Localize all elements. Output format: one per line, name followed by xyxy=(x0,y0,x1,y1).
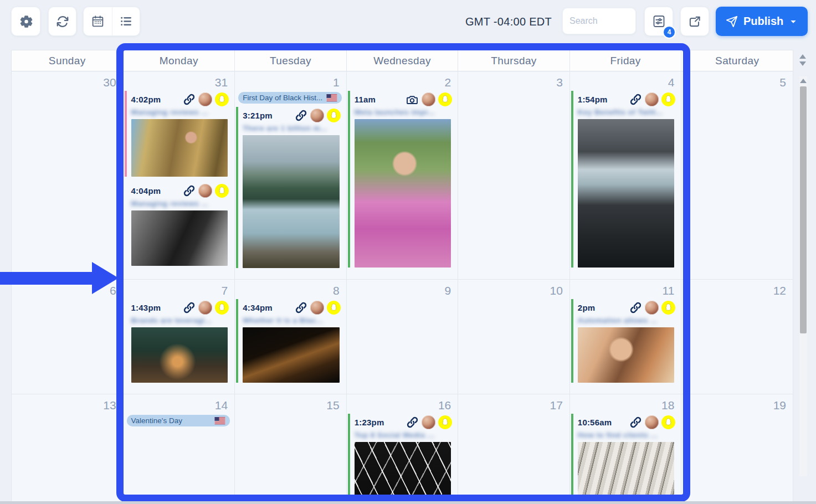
day-cell-10[interactable]: 10 xyxy=(458,280,570,394)
day-header-saturday: Saturday xyxy=(681,50,793,71)
calendar-view-icon xyxy=(91,14,105,28)
post-time: 1:23pm xyxy=(355,418,384,427)
scroll-step-arrows[interactable] xyxy=(799,54,807,66)
day-number: 15 xyxy=(235,394,346,413)
scheduled-post[interactable]: 1:43pm Brands are leveragi... xyxy=(125,299,232,383)
scheduled-post[interactable]: 11am Meta launches impr... xyxy=(348,91,455,268)
link-icon xyxy=(295,109,307,122)
day-cell-2[interactable]: 2 11am Meta launches impr... xyxy=(347,71,459,280)
us-flag-icon xyxy=(326,94,337,101)
horizontal-scrollbar[interactable] xyxy=(0,501,816,504)
snapchat-icon xyxy=(438,415,452,429)
scheduled-post[interactable]: 3:21pm There are 1 billion m... xyxy=(236,107,343,268)
avatar xyxy=(310,301,324,315)
caret-down-icon xyxy=(789,17,798,26)
snapchat-icon xyxy=(215,92,229,106)
share-button[interactable] xyxy=(680,7,709,36)
day-cell-3[interactable]: 3 xyxy=(458,71,570,280)
post-time: 2pm xyxy=(578,303,595,312)
day-cell-31[interactable]: 31 4:02pm Managing reviews ... 4:04pm xyxy=(124,71,235,280)
day-cell-8[interactable]: 8 4:34pm Whether it is a Blac... xyxy=(235,280,347,394)
day-cell-12[interactable]: 12 xyxy=(681,280,793,394)
post-title-blurred: How to find clients ... xyxy=(573,429,678,440)
day-number: 8 xyxy=(235,280,346,298)
holiday-event[interactable]: Valentine's Day xyxy=(127,415,230,426)
day-number: 3 xyxy=(458,71,569,90)
scheduled-post[interactable]: 10:56am How to find clients ... xyxy=(571,414,678,504)
avatar xyxy=(310,109,324,122)
post-image-vehicle-interior xyxy=(578,119,675,268)
day-number: 11 xyxy=(570,280,681,298)
calendar-view-button[interactable] xyxy=(84,7,112,35)
scroll-up-icon[interactable] xyxy=(799,54,806,59)
day-cell-30[interactable]: 30 xyxy=(12,71,124,280)
day-number: 9 xyxy=(347,280,458,298)
day-number: 17 xyxy=(458,394,569,413)
day-number: 19 xyxy=(681,394,793,413)
day-cell-14[interactable]: 14 Valentine's Day xyxy=(124,394,235,504)
search-input[interactable] xyxy=(569,16,629,26)
day-cell-5[interactable]: 5 xyxy=(681,71,793,280)
post-title-blurred: There are 1 billion m... xyxy=(238,122,343,133)
scheduled-post[interactable]: 1:23pm Top 8 Social Media ... xyxy=(348,414,455,504)
vertical-scrollbar-thumb[interactable] xyxy=(800,86,807,333)
day-cell-18[interactable]: 18 10:56am How to find clients ... xyxy=(570,394,682,504)
day-header-friday: Friday xyxy=(570,50,682,71)
day-number: 13 xyxy=(12,394,123,413)
holiday-event[interactable]: First Day of Black Hist... xyxy=(238,92,342,104)
day-number: 10 xyxy=(458,280,569,298)
day-number: 18 xyxy=(570,394,681,413)
post-time: 1:43pm xyxy=(131,303,161,312)
scheduled-post[interactable]: 4:02pm Managing reviews ... xyxy=(125,91,232,177)
scrollbar-up-arrow[interactable] xyxy=(800,79,807,83)
vertical-scrollbar[interactable] xyxy=(799,76,807,476)
day-cell-9[interactable]: 9 xyxy=(347,280,459,394)
day-cell-1[interactable]: 1 First Day of Black Hist... 3:21pm Ther… xyxy=(235,71,347,280)
publish-button[interactable]: Publish xyxy=(716,7,808,36)
search-box xyxy=(562,8,636,34)
snapchat-icon xyxy=(661,415,675,429)
scheduled-post[interactable]: 1:54pm Key Benefits of Twitt... xyxy=(571,91,678,268)
settings-button[interactable] xyxy=(11,7,40,36)
day-cell-15[interactable]: 15 xyxy=(235,394,347,504)
refresh-button[interactable] xyxy=(48,7,76,36)
day-cell-7[interactable]: 7 1:43pm Brands are leveragi... xyxy=(124,280,235,394)
day-number: 2 xyxy=(347,71,458,90)
post-image-dark-dunes xyxy=(243,327,340,383)
day-number: 30 xyxy=(12,71,123,90)
scheduled-post[interactable]: 4:04pm Managing reviews ... xyxy=(125,182,232,266)
snapchat-icon xyxy=(438,92,452,106)
us-flag-icon xyxy=(214,417,225,424)
snapchat-icon xyxy=(215,301,229,315)
post-title-blurred: Brands are leveragi... xyxy=(127,315,232,325)
day-cell-19[interactable]: 19 xyxy=(681,394,793,504)
scheduled-post[interactable]: 4:34pm Whether it is a Blac... xyxy=(236,299,343,383)
day-number: 4 xyxy=(570,71,681,90)
day-number: 7 xyxy=(124,280,235,298)
post-image-mountain-lake xyxy=(243,135,340,268)
day-number: 12 xyxy=(681,280,793,298)
link-icon xyxy=(295,301,307,314)
day-cell-6[interactable]: 6 xyxy=(12,280,124,394)
day-number: 14 xyxy=(124,394,235,413)
filter-icon xyxy=(651,14,666,29)
day-cell-11[interactable]: 11 2pm Automation allows ... xyxy=(570,280,682,394)
post-title-blurred: Managing reviews ... xyxy=(127,106,232,117)
link-icon xyxy=(183,184,196,197)
link-icon xyxy=(183,93,196,106)
scroll-down-icon[interactable] xyxy=(799,61,806,66)
post-time: 4:34pm xyxy=(243,303,273,312)
filter-button[interactable]: 4 xyxy=(644,7,673,36)
scheduled-post[interactable]: 2pm Automation allows ... xyxy=(571,299,678,383)
day-cell-4[interactable]: 4 1:54pm Key Benefits of Twitt... xyxy=(570,71,682,280)
post-image-woman-in-reeds xyxy=(131,119,228,177)
post-image-woman-dark-structure xyxy=(355,442,451,504)
share-icon xyxy=(687,14,702,29)
camera-icon xyxy=(406,93,419,106)
list-view-button[interactable] xyxy=(112,7,140,35)
day-cell-17[interactable]: 17 xyxy=(458,394,570,504)
day-cell-13[interactable]: 13 xyxy=(12,394,124,504)
filter-count-badge: 4 xyxy=(663,25,676,39)
day-cell-16[interactable]: 16 1:23pm Top 8 Social Media ... xyxy=(347,394,459,504)
post-time: 11am xyxy=(355,95,376,104)
